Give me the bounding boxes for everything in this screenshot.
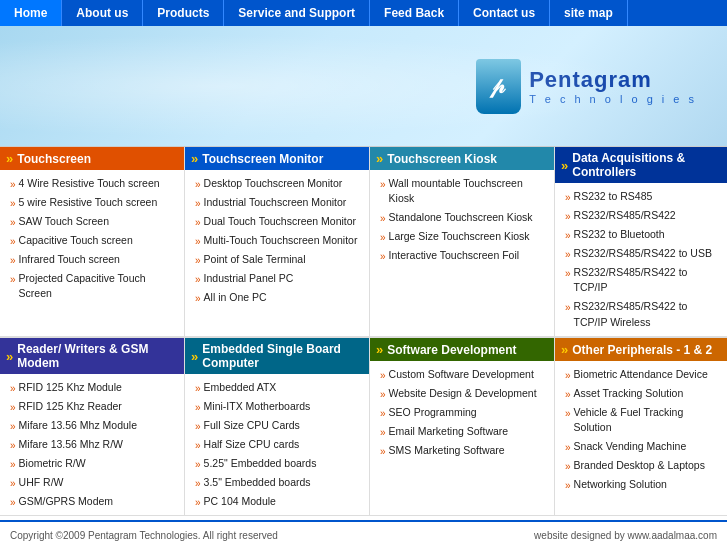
section-title-touchscreen-kiosk: Touchscreen Kiosk — [387, 152, 497, 166]
list-link[interactable]: Asset Tracking Solution — [574, 386, 684, 402]
list-link[interactable]: SAW Touch Screen — [19, 214, 109, 230]
list-item: »Wall mountable Touchscreen Kiosk — [370, 174, 554, 209]
list-link[interactable]: 5.25" Embedded boards — [204, 456, 317, 472]
list-arrow-icon: » — [565, 387, 571, 402]
section-reader-writers: »Reader/ Writers & GSM Modem»RFID 125 Kh… — [0, 338, 185, 516]
list-link[interactable]: Desktop Touchscreen Monitor — [204, 176, 343, 192]
list-arrow-icon: » — [195, 476, 201, 491]
list-link[interactable]: RS232 to Bluetooth — [574, 227, 665, 243]
list-link[interactable]: Large Size Touchscreen Kiosk — [389, 229, 530, 245]
designed-by-text: website designed by www.aadalmaa.com — [534, 530, 717, 541]
list-link[interactable]: RS232/RS485/RS422 — [574, 208, 676, 224]
list-item: »Mini-ITX Motherboards — [185, 397, 369, 416]
list-link[interactable]: Industrial Touchscreen Monitor — [204, 195, 347, 211]
nav-item-service-and-support[interactable]: Service and Support — [224, 0, 370, 26]
list-link[interactable]: Mifare 13.56 Mhz Module — [19, 418, 137, 434]
list-arrow-icon: » — [10, 253, 16, 268]
list-link[interactable]: Point of Sale Terminal — [204, 252, 306, 268]
list-arrow-icon: » — [195, 438, 201, 453]
list-link[interactable]: Email Marketing Software — [389, 424, 509, 440]
list-link[interactable]: Custom Software Development — [389, 367, 534, 383]
list-arrow-icon: » — [195, 177, 201, 192]
nav-item-site-map[interactable]: site map — [550, 0, 628, 26]
list-link[interactable]: Snack Vending Machine — [574, 439, 687, 455]
list-link[interactable]: RFID 125 Khz Module — [19, 380, 122, 396]
nav-item-home[interactable]: Home — [0, 0, 62, 26]
section-title-touchscreen: Touchscreen — [17, 152, 91, 166]
list-link[interactable]: Branded Desktop & Laptops — [574, 458, 705, 474]
list-link[interactable]: Interactive Touchscreen Foil — [389, 248, 520, 264]
list-link[interactable]: RS232/RS485/RS422 to USB — [574, 246, 712, 262]
list-arrow-icon: » — [195, 419, 201, 434]
list-arrow-icon: » — [195, 196, 201, 211]
list-link[interactable]: RS232 to RS485 — [574, 189, 653, 205]
nav-item-products[interactable]: Products — [143, 0, 224, 26]
brand-tagline: T e c h n o l o g i e s — [529, 93, 697, 105]
list-link[interactable]: Multi-Touch Touchscreen Monitor — [204, 233, 358, 249]
section-list-other: »Biometric Attendance Device»Asset Track… — [555, 361, 727, 499]
list-arrow-icon: » — [10, 215, 16, 230]
list-link[interactable]: Infrared Touch screen — [19, 252, 120, 268]
list-arrow-icon: » — [10, 457, 16, 472]
list-link[interactable]: Biometric R/W — [19, 456, 86, 472]
list-item: »Half Size CPU cards — [185, 435, 369, 454]
list-arrow-icon: » — [10, 400, 16, 415]
list-item: »Biometric R/W — [0, 454, 184, 473]
list-link[interactable]: Mifare 13.56 Mhz R/W — [19, 437, 123, 453]
list-item: »PC 104 Module — [185, 492, 369, 511]
list-link[interactable]: Full Size CPU Cards — [204, 418, 300, 434]
list-link[interactable]: 4 Wire Resistive Touch screen — [19, 176, 160, 192]
list-link[interactable]: Wall mountable Touchscreen Kiosk — [389, 176, 548, 208]
list-link[interactable]: SMS Marketing Software — [389, 443, 505, 459]
list-link[interactable]: All in One PC — [204, 290, 267, 306]
list-arrow-icon: » — [565, 459, 571, 474]
list-link[interactable]: Embedded ATX — [204, 380, 277, 396]
list-arrow-icon: » — [380, 177, 386, 192]
section-title-touchscreen-monitor: Touchscreen Monitor — [202, 152, 323, 166]
list-arrow-icon: » — [380, 444, 386, 459]
list-arrow-icon: » — [565, 209, 571, 224]
list-link[interactable]: Biometric Attendance Device — [574, 367, 708, 383]
list-item: »Website Design & Development — [370, 384, 554, 403]
list-arrow-icon: » — [10, 196, 16, 211]
section-list-embedded: »Embedded ATX»Mini-ITX Motherboards»Full… — [185, 374, 369, 515]
list-link[interactable]: RS232/RS485/RS422 to TCP/IP Wireless — [574, 299, 721, 331]
nav-item-feed-back[interactable]: Feed Back — [370, 0, 459, 26]
list-link[interactable]: Dual Touch Touchscreen Monitor — [204, 214, 357, 230]
list-link[interactable]: Projected Capacitive Touch Screen — [19, 271, 178, 303]
list-item: »RS232/RS485/RS422 to TCP/IP Wireless — [555, 298, 727, 333]
list-arrow-icon: » — [10, 272, 16, 287]
list-link[interactable]: Industrial Panel PC — [204, 271, 294, 287]
list-link[interactable]: 5 wire Resistive Touch screen — [19, 195, 158, 211]
list-link[interactable]: GSM/GPRS Modem — [19, 494, 114, 510]
list-arrow-icon: » — [565, 406, 571, 421]
nav-item-about-us[interactable]: About us — [62, 0, 143, 26]
list-link[interactable]: Capacitive Touch screen — [19, 233, 133, 249]
list-link[interactable]: RS232/RS485/RS422 to TCP/IP — [574, 265, 721, 297]
section-arrow-icon: » — [6, 151, 13, 166]
list-item: »Snack Vending Machine — [555, 438, 727, 457]
list-link[interactable]: SEO Programming — [389, 405, 477, 421]
row2-grid: »Reader/ Writers & GSM Modem»RFID 125 Kh… — [0, 337, 727, 516]
list-item: »Email Marketing Software — [370, 422, 554, 441]
list-link[interactable]: Website Design & Development — [389, 386, 537, 402]
nav-item-contact-us[interactable]: Contact us — [459, 0, 550, 26]
list-item: »RS232/RS485/RS422 to TCP/IP — [555, 263, 727, 298]
logo-letter: 𝓅 — [493, 73, 505, 99]
list-arrow-icon: » — [380, 249, 386, 264]
list-arrow-icon: » — [195, 234, 201, 249]
list-arrow-icon: » — [380, 387, 386, 402]
list-link[interactable]: 3.5" Embedded boards — [204, 475, 311, 491]
list-link[interactable]: Mini-ITX Motherboards — [204, 399, 311, 415]
footer: Copyright ©2009 Pentagram Technologies. … — [0, 520, 727, 545]
list-item: »RS232/RS485/RS422 — [555, 206, 727, 225]
list-link[interactable]: RFID 125 Khz Reader — [19, 399, 122, 415]
list-link[interactable]: Half Size CPU cards — [204, 437, 300, 453]
list-link[interactable]: Standalone Touchscreen Kiosk — [389, 210, 533, 226]
list-link[interactable]: Networking Solution — [574, 477, 667, 493]
list-link[interactable]: UHF R/W — [19, 475, 64, 491]
list-item: »5.25" Embedded boards — [185, 454, 369, 473]
list-link[interactable]: Vehicle & Fuel Tracking Solution — [574, 405, 721, 437]
list-link[interactable]: PC 104 Module — [204, 494, 276, 510]
list-item: »Industrial Touchscreen Monitor — [185, 193, 369, 212]
